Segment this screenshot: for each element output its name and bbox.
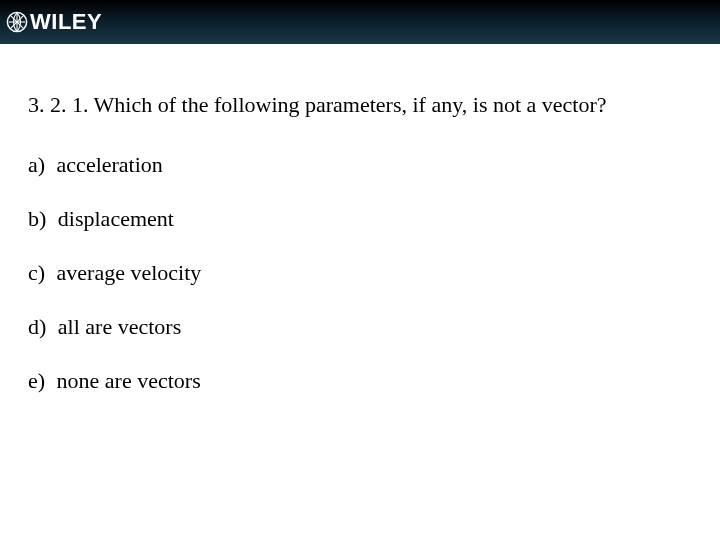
- option-text: all are vectors: [58, 314, 181, 339]
- question-text: 3. 2. 1. Which of the following paramete…: [28, 92, 692, 118]
- brand-logo: WILEY: [6, 9, 102, 35]
- brand-text: WILEY: [30, 9, 102, 35]
- option-text: displacement: [58, 206, 174, 231]
- option-text: acceleration: [57, 152, 163, 177]
- option-label: e): [28, 368, 45, 393]
- question-number: 3. 2. 1.: [28, 92, 89, 117]
- slide-content: 3. 2. 1. Which of the following paramete…: [0, 44, 720, 394]
- option-label: a): [28, 152, 45, 177]
- option-b: b) displacement: [28, 206, 692, 232]
- slide-header: WILEY: [0, 0, 720, 44]
- option-c: c) average velocity: [28, 260, 692, 286]
- wiley-mark-icon: [6, 11, 28, 33]
- option-d: d) all are vectors: [28, 314, 692, 340]
- option-label: c): [28, 260, 45, 285]
- option-e: e) none are vectors: [28, 368, 692, 394]
- option-text: average velocity: [57, 260, 202, 285]
- option-label: b): [28, 206, 46, 231]
- option-a: a) acceleration: [28, 152, 692, 178]
- option-label: d): [28, 314, 46, 339]
- option-text: none are vectors: [57, 368, 201, 393]
- question-body: Which of the following parameters, if an…: [94, 92, 607, 117]
